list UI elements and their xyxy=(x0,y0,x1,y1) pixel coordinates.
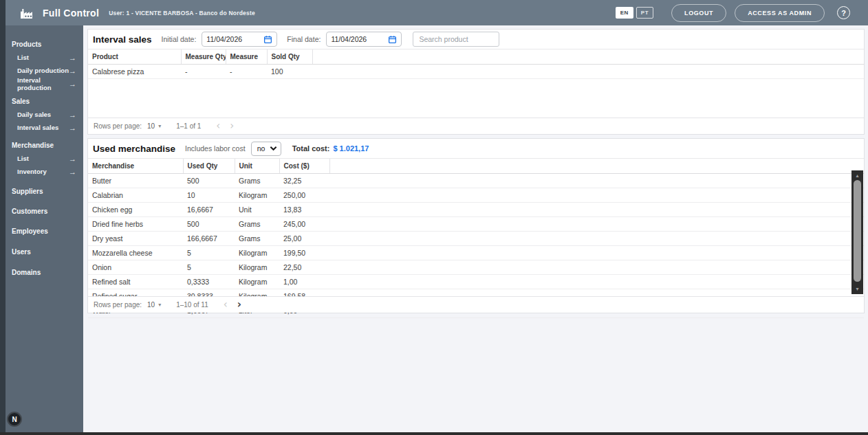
cell xyxy=(329,260,864,275)
table-header-row: Merchandise Used Qty Unit Cost ($) xyxy=(88,159,864,174)
cell xyxy=(312,65,864,79)
page-left-scrollbar[interactable] xyxy=(0,0,6,435)
table-row: Chicken egg16,6667Unit13,83 xyxy=(88,203,864,217)
cell xyxy=(329,217,864,232)
labor-cost-select[interactable]: no xyxy=(251,142,281,156)
help-icon[interactable]: ? xyxy=(837,6,850,19)
main-content: Interval sales Initial date: 11/04/2026 … xyxy=(83,25,868,432)
sidebar-item-daily-production[interactable]: Daily production→ xyxy=(0,64,83,77)
sidebar: Products List→ Daily production→ Interva… xyxy=(0,25,83,432)
cell xyxy=(329,275,864,289)
topbar-actions: EN PT LOGOUT ACCESS AS ADMIN ? xyxy=(616,4,850,22)
sidebar-label: Suppliers xyxy=(12,188,43,195)
calendar-icon[interactable] xyxy=(263,35,272,44)
arrow-right-icon: → xyxy=(69,54,76,62)
previous-page-icon[interactable]: ‹ xyxy=(216,121,220,131)
language-switcher: EN PT xyxy=(616,7,653,19)
total-cost-label: Total cost: xyxy=(292,144,330,153)
arrow-right-icon: → xyxy=(69,155,76,163)
table-row: Onion5Kilogram22,50 xyxy=(88,260,864,275)
cell: 16,6667 xyxy=(183,203,235,217)
rows-per-page-label: Rows per page: xyxy=(94,122,142,130)
table-row: Calabrian10Kilogram250,00 xyxy=(88,188,864,203)
sidebar-label: Merchandise xyxy=(12,142,54,149)
rows-per-page-select[interactable]: 10 ▾ xyxy=(147,122,161,130)
table-vertical-scrollbar[interactable]: ▲ ▼ xyxy=(851,170,863,294)
scroll-down-icon[interactable]: ▼ xyxy=(851,285,863,293)
previous-page-icon[interactable]: ‹ xyxy=(224,300,228,310)
rows-per-page-select[interactable]: 10 ▾ xyxy=(147,301,161,309)
final-date-label: Final date: xyxy=(287,35,321,43)
cell: 1,00 xyxy=(279,275,329,289)
scroll-up-icon[interactable]: ▲ xyxy=(851,171,863,180)
arrow-right-icon: → xyxy=(69,168,76,176)
sidebar-label: Sales xyxy=(12,98,30,105)
column-header-sold-qty: Sold Qty xyxy=(267,49,312,65)
cell: 25,00 xyxy=(279,232,329,246)
interval-sales-table: Product Measure Qty Measure Sold Qty Cal… xyxy=(88,49,864,79)
sidebar-item-daily-sales[interactable]: Daily sales→ xyxy=(0,108,83,121)
sidebar-item-customers[interactable]: Customers xyxy=(0,205,83,218)
access-as-admin-button[interactable]: ACCESS AS ADMIN xyxy=(735,4,825,22)
cell xyxy=(329,188,864,203)
search-product-input[interactable] xyxy=(413,32,499,47)
caret-down-icon: ▾ xyxy=(158,123,161,129)
interval-sales-card: Interval sales Initial date: 11/04/2026 … xyxy=(87,29,865,135)
cell: 500 xyxy=(183,174,235,188)
sidebar-item-domains[interactable]: Domains xyxy=(0,266,83,279)
column-header-measure: Measure xyxy=(226,49,267,65)
cell: Unit xyxy=(235,203,279,217)
labor-cost-label: Includes labor cost xyxy=(185,144,246,153)
final-date-input[interactable]: 11/04/2026 xyxy=(326,32,402,47)
cell: Refined salt xyxy=(88,275,183,289)
calendar-icon[interactable] xyxy=(388,35,397,44)
cell: 22,50 xyxy=(279,260,329,275)
table-row: Butter500Grams32,25 xyxy=(88,174,864,188)
table-row: Calabrese pizza - - 100 xyxy=(88,65,864,79)
sidebar-item-users[interactable]: Users xyxy=(0,245,83,258)
sidebar-item-employees[interactable]: Employees xyxy=(0,225,83,238)
sidebar-label: Interval sales xyxy=(17,124,58,131)
cell xyxy=(329,203,864,217)
interval-sales-header: Interval sales Initial date: 11/04/2026 … xyxy=(88,30,864,49)
lang-pt-button[interactable]: PT xyxy=(636,7,653,19)
sidebar-item-interval-sales[interactable]: Interval sales→ xyxy=(0,121,83,134)
sidebar-label: Employees xyxy=(12,227,48,235)
caret-down-icon: ▾ xyxy=(158,302,161,308)
sidebar-label: List xyxy=(17,155,29,162)
column-header-product: Product xyxy=(88,49,181,65)
sidebar-label: Inventory xyxy=(17,168,47,175)
page-range: 1–1 of 1 xyxy=(176,122,201,130)
sidebar-section-sales[interactable]: Sales xyxy=(0,95,83,108)
cell: 250,00 xyxy=(279,188,329,203)
cell: 5 xyxy=(183,260,235,275)
rows-per-page-value: 10 xyxy=(147,301,155,309)
user-info: User: 1 - VICENTE BARBOSA - Banco do Nor… xyxy=(109,10,255,16)
next-page-icon[interactable]: › xyxy=(230,121,234,131)
sidebar-item-inventory[interactable]: Inventory→ xyxy=(0,165,83,178)
cell: 500 xyxy=(183,217,235,232)
scrollbar-thumb[interactable] xyxy=(854,180,861,282)
column-header-used-qty: Used Qty xyxy=(183,159,235,174)
table-row: Refined salt0,3333Kilogram1,00 xyxy=(88,275,864,289)
page-horizontal-scrollbar[interactable] xyxy=(0,432,868,435)
lang-en-button[interactable]: EN xyxy=(616,7,633,19)
sidebar-item-suppliers[interactable]: Suppliers xyxy=(0,185,83,198)
avatar[interactable]: N xyxy=(7,412,22,427)
rows-per-page-label: Rows per page: xyxy=(94,301,142,309)
table-row: Dried fine herbs500Grams245,00 xyxy=(88,217,864,232)
sidebar-label: Domains xyxy=(12,269,41,276)
cell: Kilogram xyxy=(235,188,279,203)
initial-date-input[interactable]: 11/04/2026 xyxy=(202,32,277,47)
next-page-icon[interactable]: › xyxy=(237,300,241,310)
logout-button[interactable]: LOGOUT xyxy=(671,4,726,22)
sidebar-label: Daily production xyxy=(17,67,69,74)
cell xyxy=(329,232,864,246)
sidebar-item-interval-production[interactable]: Interval production→ xyxy=(0,77,83,90)
sidebar-item-merchandise-list[interactable]: List→ xyxy=(0,152,83,165)
sidebar-section-products[interactable]: Products xyxy=(0,38,83,51)
sidebar-section-merchandise[interactable]: Merchandise xyxy=(0,139,83,152)
sidebar-item-products-list[interactable]: List→ xyxy=(0,51,83,64)
sidebar-label: Products xyxy=(12,41,41,48)
app-title: Full Control xyxy=(43,8,99,19)
